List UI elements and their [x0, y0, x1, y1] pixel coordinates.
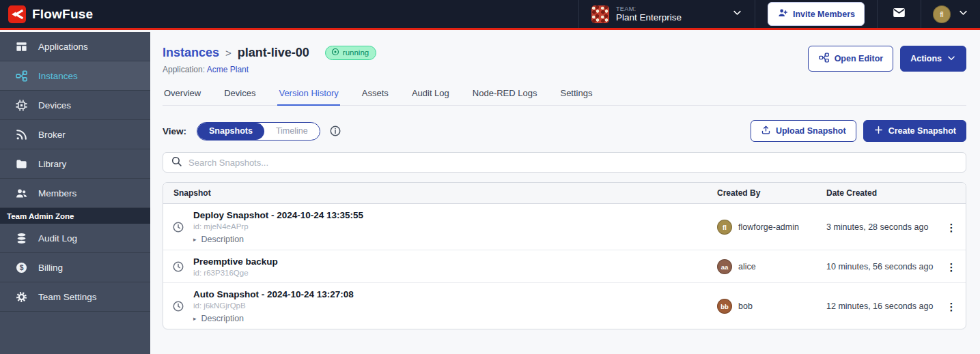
upload-snapshot-button[interactable]: Upload Snapshot [751, 120, 856, 142]
notifications-button[interactable] [878, 0, 921, 28]
team-settings-icon [15, 291, 28, 304]
table-row: Deploy Snapshot - 2024-10-24 13:35:55 id… [163, 204, 966, 250]
broker-icon [15, 128, 28, 141]
sidebar-item-billing[interactable]: $ Billing [0, 253, 150, 282]
tab-assets[interactable]: Assets [361, 85, 390, 105]
brand-area: FlowFuse [0, 5, 93, 23]
create-snapshot-label: Create Snapshot [888, 126, 956, 136]
description-toggle[interactable]: ▸ Description [193, 314, 354, 323]
main-content: Instances > plant-live-00 running Applic… [150, 32, 980, 354]
sidebar-section-team-admin-zone: Team Admin Zone [0, 208, 150, 224]
audit-log-icon [15, 232, 28, 245]
clock-icon [172, 261, 184, 273]
tab-version-history[interactable]: Version History [277, 85, 339, 106]
info-icon[interactable] [329, 125, 341, 137]
snapshot-text-block: Auto Snapshot - 2024-10-24 13:27:08 id: … [193, 289, 354, 323]
breadcrumb-instances-link[interactable]: Instances [163, 46, 219, 60]
snapshot-title: Auto Snapshot - 2024-10-24 13:27:08 [193, 289, 354, 299]
creator-name: alice [738, 262, 756, 271]
triangle-right-icon: ▸ [193, 315, 197, 322]
sidebar-item-members[interactable]: Members [0, 179, 150, 208]
editor-flow-icon [818, 52, 830, 65]
sidebar-item-audit-log[interactable]: Audit Log [0, 224, 150, 253]
creator-name: flowforge-admin [738, 222, 799, 232]
sidebar-item-applications[interactable]: Applications [0, 32, 150, 61]
status-badge: running [325, 46, 376, 60]
chevron-down-icon [958, 8, 968, 20]
status-label: running [343, 48, 369, 57]
actions-label: Actions [910, 54, 942, 63]
sidebar-item-library[interactable]: Library [0, 149, 150, 179]
snapshot-title: Preemptive backup [193, 256, 278, 267]
tab-node-red-logs[interactable]: Node-RED Logs [471, 85, 539, 105]
created-by-cell: fl flowforge-admin [717, 220, 826, 235]
table-row: Preemptive backup id: r63P316Qge ▸ aa al… [163, 250, 966, 283]
column-header-date-created: Date Created [826, 188, 937, 198]
running-status-icon [331, 48, 339, 57]
snapshot-table-header: Snapshot Created By Date Created [163, 183, 966, 204]
snapshot-id: id: r63P316Qge [193, 269, 278, 277]
team-label: TEAM: [616, 5, 682, 12]
application-link[interactable]: Acme Plant [207, 65, 249, 74]
description-toggle[interactable]: ▸ Description [193, 235, 363, 244]
snapshot-title: Deploy Snapshot - 2024-10-24 13:35:55 [193, 210, 363, 220]
members-icon [15, 187, 28, 200]
mail-icon [892, 5, 906, 23]
chevron-down-icon [947, 53, 956, 65]
invite-members-button[interactable]: Invite Members [768, 2, 865, 26]
snapshot-cell: Preemptive backup id: r63P316Qge ▸ [163, 256, 717, 277]
snapshot-table: Snapshot Created By Date Created Deploy … [163, 182, 966, 329]
date-created-cell: 12 minutes, 16 seconds ago [826, 301, 937, 311]
creator-name: bob [738, 301, 753, 311]
kebab-menu-icon[interactable]: ⋮ [947, 301, 957, 312]
tab-overview[interactable]: Overview [163, 85, 202, 105]
sidebar-item-devices[interactable]: Devices [0, 91, 150, 120]
snapshot-actions: Upload Snapshot Create Snapshot [751, 120, 966, 142]
navbar-right: TEAM: Plant Enterprise Invite Members fl [578, 0, 980, 28]
sidebar-item-instances[interactable]: Instances [0, 61, 150, 91]
actions-button[interactable]: Actions [900, 46, 966, 72]
column-header-snapshot: Snapshot [163, 188, 717, 198]
view-toggle-snapshots[interactable]: Snapshots [197, 123, 264, 140]
table-row: Auto Snapshot - 2024-10-24 13:27:08 id: … [163, 283, 966, 329]
snapshot-text-block: Preemptive backup id: r63P316Qge ▸ [193, 256, 278, 277]
tab-settings[interactable]: Settings [559, 85, 593, 105]
devices-icon [15, 99, 28, 112]
column-header-created-by: Created By [717, 188, 826, 198]
svg-text:$: $ [20, 263, 24, 271]
created-by-cell: aa alice [717, 259, 826, 274]
sidebar-item-broker[interactable]: Broker [0, 120, 150, 149]
user-avatar: fl [933, 5, 951, 23]
tab-devices[interactable]: Devices [223, 85, 257, 105]
application-line: Application: Acme Plant [163, 65, 376, 74]
open-editor-button[interactable]: Open Editor [808, 46, 894, 72]
create-snapshot-button[interactable]: Create Snapshot [863, 120, 966, 142]
applications-icon [15, 40, 28, 53]
user-menu[interactable]: fl [921, 0, 980, 28]
row-menu-cell: ⋮ [937, 222, 966, 233]
page-title: plant-live-00 [238, 46, 309, 60]
creator-avatar: fl [717, 220, 732, 235]
team-selector[interactable]: TEAM: Plant Enterprise [579, 0, 755, 28]
invite-members-label: Invite Members [793, 10, 855, 19]
view-label: View: [163, 126, 186, 136]
row-menu-cell: ⋮ [937, 262, 966, 272]
tab-audit-log[interactable]: Audit Log [410, 85, 451, 105]
team-name: Plant Enterprise [616, 12, 682, 23]
instances-icon [15, 70, 28, 83]
clock-icon [172, 300, 184, 312]
sidebar-item-team-settings[interactable]: Team Settings [0, 282, 150, 312]
application-label: Application: [163, 65, 205, 74]
sidebar-admin-nav: Audit Log $ Billing Team Settings [0, 224, 150, 312]
team-avatar [591, 5, 609, 23]
column-header-actions [937, 188, 966, 198]
instance-tabs: OverviewDevicesVersion HistoryAssetsAudi… [163, 85, 966, 106]
billing-icon: $ [15, 261, 28, 274]
search-input[interactable] [188, 158, 958, 168]
header-actions: Open Editor Actions [808, 46, 966, 72]
triangle-right-icon: ▸ [193, 236, 197, 243]
breadcrumb: Instances > plant-live-00 running [163, 46, 376, 60]
kebab-menu-icon[interactable]: ⋮ [947, 262, 957, 272]
view-toggle-timeline[interactable]: Timeline [264, 123, 320, 140]
kebab-menu-icon[interactable]: ⋮ [947, 222, 957, 233]
